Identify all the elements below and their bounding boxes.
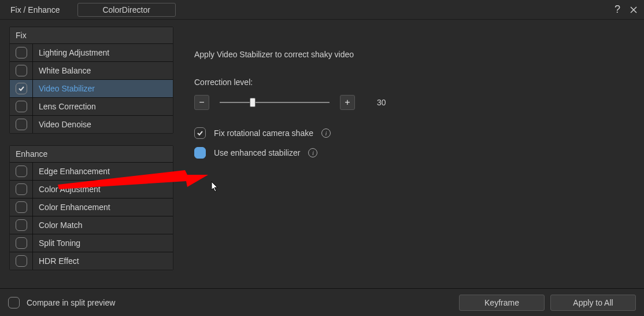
enhance-item[interactable]: Edge Enhancement	[10, 162, 173, 180]
enhance-item[interactable]: Color Match	[10, 216, 173, 234]
fix-rotational-label: Fix rotational camera shake	[214, 128, 313, 138]
fix-item[interactable]: Video Denoise	[10, 115, 173, 133]
enhance-label[interactable]: Color Enhancement	[33, 203, 173, 212]
fix-checkbox[interactable]	[16, 83, 27, 94]
enhance-checkbox[interactable]	[16, 237, 27, 249]
fix-label[interactable]: Video Denoise	[33, 120, 173, 129]
compare-label: Compare in split preview	[27, 298, 115, 307]
main-area: Fix Lighting AdjustmentWhite BalanceVide…	[0, 20, 644, 288]
fix-checkbox[interactable]	[16, 65, 27, 76]
info-icon[interactable]: i	[308, 148, 317, 157]
compare-checkbox[interactable]	[8, 297, 20, 308]
enhance-group: Enhance Edge EnhancementColor Adjustment…	[9, 145, 173, 270]
enhance-checkbox[interactable]	[16, 183, 27, 195]
content-description: Apply Video Stabilizer to correct shaky …	[194, 50, 644, 59]
enhance-item[interactable]: HDR Effect	[10, 252, 173, 270]
window-title: Fix / Enhance	[5, 5, 66, 14]
fix-item[interactable]: Video Stabilizer	[10, 79, 173, 97]
enhance-checkbox[interactable]	[16, 219, 27, 231]
enhance-item[interactable]: Color Enhancement	[10, 198, 173, 216]
correction-value: 30	[377, 98, 386, 107]
correction-slider-row: − + 30	[194, 95, 644, 110]
enhance-label[interactable]: Split Toning	[33, 238, 173, 248]
enhance-label[interactable]: Edge Enhancement	[33, 167, 173, 176]
increment-button[interactable]: +	[340, 95, 355, 110]
enhance-label[interactable]: Color Adjustment	[33, 185, 173, 194]
enhance-group-header: Enhance	[10, 146, 173, 162]
help-icon[interactable]: ?	[612, 4, 623, 16]
sidebar: Fix Lighting AdjustmentWhite BalanceVide…	[9, 27, 173, 288]
enhance-item[interactable]: Split Toning	[10, 234, 173, 252]
fix-label[interactable]: Lens Correction	[33, 102, 173, 111]
decrement-button[interactable]: −	[194, 95, 209, 110]
enhanced-stabilizer-row: Use enhanced stabilizer i	[194, 147, 644, 159]
fix-label[interactable]: White Balance	[33, 66, 173, 75]
fix-label[interactable]: Lighting Adjustment	[33, 48, 173, 57]
enhance-checkbox[interactable]	[16, 255, 27, 267]
close-icon[interactable]	[628, 4, 639, 16]
fix-rotational-row: Fix rotational camera shake i	[194, 127, 644, 139]
fix-label[interactable]: Video Stabilizer	[33, 84, 173, 93]
fix-checkbox[interactable]	[16, 101, 27, 112]
fix-checkbox[interactable]	[16, 47, 27, 58]
enhance-checkbox[interactable]	[16, 201, 27, 213]
keyframe-button[interactable]: Keyframe	[459, 295, 545, 311]
fix-group-header: Fix	[10, 27, 173, 43]
apply-all-button[interactable]: Apply to All	[550, 295, 636, 311]
slider-thumb[interactable]	[250, 98, 256, 107]
enhance-label[interactable]: Color Match	[33, 221, 173, 230]
correction-slider[interactable]	[220, 102, 330, 103]
footer: Compare in split preview Keyframe Apply …	[0, 288, 644, 316]
fix-group: Fix Lighting AdjustmentWhite BalanceVide…	[9, 27, 173, 134]
fix-item[interactable]: White Balance	[10, 61, 173, 79]
enhance-checkbox[interactable]	[16, 166, 27, 177]
colordirector-tab[interactable]: ColorDirector	[77, 3, 176, 17]
fix-checkbox[interactable]	[16, 119, 27, 130]
correction-label: Correction level:	[194, 78, 644, 87]
enhanced-stabilizer-label: Use enhanced stabilizer	[214, 148, 300, 157]
titlebar: Fix / Enhance ColorDirector ?	[0, 0, 644, 20]
enhance-label[interactable]: HDR Effect	[33, 256, 173, 266]
fix-rotational-checkbox[interactable]	[194, 127, 206, 139]
enhance-item[interactable]: Color Adjustment	[10, 180, 173, 198]
content-panel: Apply Video Stabilizer to correct shaky …	[173, 27, 644, 288]
fix-item[interactable]: Lighting Adjustment	[10, 43, 173, 61]
fix-item[interactable]: Lens Correction	[10, 97, 173, 115]
enhanced-stabilizer-checkbox[interactable]	[194, 147, 206, 159]
info-icon[interactable]: i	[321, 128, 331, 138]
